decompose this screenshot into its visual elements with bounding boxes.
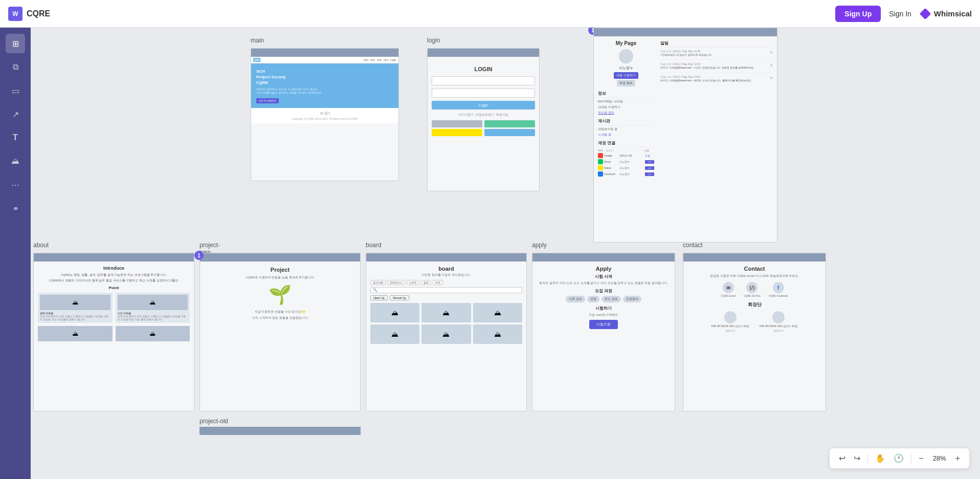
notif-close-1[interactable]: × <box>770 50 773 55</box>
sidebar-icon-frame[interactable]: ▭ <box>6 81 25 100</box>
notif-close-3[interactable]: × <box>770 75 773 81</box>
contact-facebook: f CQRE Facebook <box>769 282 788 297</box>
login-btn[interactable]: Login <box>432 101 535 110</box>
sidebar-icon-arrow[interactable]: ↗ <box>6 104 25 124</box>
google-connect-btn[interactable]: 연결 <box>645 154 654 157</box>
about-card-1: ⛰ 경력 프로필 모든 프로젝트의 모든 것들이 기록되고 사람들이 프로필 구… <box>38 293 113 323</box>
mypage-title: My Page <box>598 40 654 46</box>
member-2-avatar <box>772 311 785 323</box>
mypage-social-header: SNS 아이디 연결 <box>598 149 654 152</box>
login-signup[interactable]: 회원가입 <box>496 113 508 117</box>
zoom-out-button[interactable]: − <box>916 452 926 465</box>
google-icon <box>598 153 603 158</box>
login-frame-label: login <box>427 37 440 44</box>
social-row-naver: Naver 사노정누 소속 <box>598 159 654 164</box>
apply-frame-label: apply <box>532 242 547 249</box>
step-2: 면접 <box>587 296 599 302</box>
social-row-google: Google 2021년 3月 연결 <box>598 153 654 158</box>
social-row-kakao: Kakao 사노정누 소속 <box>598 165 654 170</box>
redo-button[interactable]: ↪ <box>851 451 863 465</box>
board-card-2: ⛰ <box>421 303 471 322</box>
login-links: 아이디찾기 비밀번호찾기 회원가입 <box>432 113 535 117</box>
board-grid-bottom: ⛰ ⛰ ⛰ <box>370 324 522 344</box>
project-title: Project <box>205 267 355 273</box>
contact-frame-label: contact <box>683 242 703 249</box>
login-pw-input[interactable] <box>432 89 535 98</box>
contact-email: ✉ CQRE Email <box>721 282 736 297</box>
mypage-activity-link[interactable]: 게시글 관리 <box>598 111 654 115</box>
history-button[interactable]: 🕐 <box>890 451 907 465</box>
zoom-in-button[interactable]: + <box>952 452 963 465</box>
facebook-label: CQRE Facebook <box>769 294 788 297</box>
signup-button[interactable]: Sign Up <box>835 6 881 22</box>
apply-process: 서류 검토 면접 최신 검토 전원합격 <box>537 296 671 302</box>
svg-rect-0 <box>920 8 931 19</box>
mypage-left: My Page 사노정누 내용 수정하기 회원 탈퇴 정보 ID(이메일): 닉… <box>598 40 654 177</box>
login-id-input[interactable] <box>432 76 535 85</box>
board-card-3: ⛰ <box>473 303 522 322</box>
sidebar-icon-link[interactable]: ⚭ <box>6 199 25 218</box>
tab-question[interactable]: 질문 <box>421 280 431 285</box>
login-inner: LOGIN Login 아이디찾기 비밀번호찾기 회원가입 <box>428 57 539 140</box>
board-frame-label: board <box>366 242 382 249</box>
mypage-withdraw-btn[interactable]: 회원 탈퇴 <box>617 80 635 86</box>
tab-know[interactable]: 노하우 <box>407 280 419 285</box>
sidebar-icon-image[interactable]: ⛰ <box>6 151 25 171</box>
members-row: KIM JIN SEOK (Alot 김진석 회장) 대표이사 KIM JIN … <box>687 311 821 332</box>
project-sub2: 아직 시작하지 않은 분들을 선발중입니다 <box>205 316 355 320</box>
mypage-notifications: 알림 지금 시작: 2021년 01월 26일 11:30 • 안녕하세요! 내… <box>660 40 773 177</box>
notif-item-3: 지금 시작: 2021년 01월 26일 13:00 아이디: 이메일@nave… <box>660 75 773 82</box>
step-4: 전원합격 <box>623 296 641 302</box>
pan-button[interactable]: ✋ <box>872 451 888 465</box>
mypage-board-link[interactable]: 스크랩 글 <box>598 133 654 137</box>
undo-button[interactable]: ↩ <box>836 451 849 465</box>
mypage-edit-btn[interactable]: 내용 수정하기 <box>614 72 638 79</box>
about-card-2-title: 사진 프로필 <box>118 312 188 315</box>
hero-btn[interactable]: GO TO ABOUT <box>256 98 279 103</box>
filter-recruit[interactable]: Recruit기업 <box>390 295 409 300</box>
about-card-1-desc: 모든 프로젝트의 모든 것들이 기록되고 사람들이 프로필 구현이 가능한 적는… <box>40 315 110 321</box>
notif-item-2: 지금 시작: 2021년 01월 26일 12:00 아이디: 이메일@nave… <box>660 62 773 73</box>
login-frame: LOGIN Login 아이디찾기 비밀번호찾기 회원가입 <box>427 48 540 191</box>
login-social-gray <box>432 120 535 127</box>
project-old-bar <box>199 427 361 435</box>
board-search[interactable]: 🔍 <box>370 287 522 293</box>
mypage-name: 사노정누 <box>598 66 654 71</box>
signin-button[interactable]: Sign In <box>889 10 911 18</box>
notifications-title: 알림 <box>660 40 773 48</box>
hero-desc: 대학에서 참여하는 모든 알 수 있을만큼 비교적 중심의커뮤니티를 만들어 생… <box>256 88 393 95</box>
about-card-1-title: 경력 프로필 <box>40 312 110 315</box>
hero-title: SCHProject SocietyCQRE <box>256 69 393 86</box>
apply-frame: Apply 시험 사격 현직자 실무자 이미 소개 교수 소개를 받거나 이미 … <box>532 253 675 411</box>
sidebar-icon-text[interactable]: T <box>6 128 25 147</box>
mypage-nickname-row: 닉네임 수정하기 <box>598 105 654 110</box>
sidebar-icon-layers[interactable]: ⧉ <box>6 57 25 77</box>
notif-close-2[interactable]: × <box>770 62 773 68</box>
members-title: 회장단 <box>687 301 821 308</box>
sidebar: ⊞ ⧉ ▭ ↗ T ⛰ ⋯ ⚭ <box>0 28 31 479</box>
contact-facebook-icon: f <box>773 282 784 293</box>
filter-open[interactable]: Open기업 <box>370 295 388 300</box>
tab-free[interactable]: 자유 <box>433 280 443 285</box>
login-find-id[interactable]: 아이디찾기 <box>458 113 474 117</box>
apply-submit-btn[interactable]: 시험지원 <box>589 320 618 329</box>
board-card-1: ⛰ <box>370 303 419 322</box>
board-card-6: ⛰ <box>473 324 522 344</box>
contact-github: ⟨/⟩ CQRE Git Hub <box>744 282 761 297</box>
step-3: 최신 검토 <box>602 296 621 302</box>
main-footer: ✉ ⓖ f Copyright ⓒ CQRE Since 2021. All r… <box>251 108 398 123</box>
whimsical-label: Whimsical <box>934 9 972 18</box>
facebook-disconnect-btn[interactable]: 소속 <box>645 172 654 176</box>
login-find-pw[interactable]: 비밀번호찾기 <box>476 113 494 117</box>
sidebar-icon-dots[interactable]: ⋯ <box>6 175 25 194</box>
mypage-board-title: 계시판 <box>598 118 654 125</box>
zoom-level: 28% <box>929 454 950 462</box>
tab-notice[interactable]: 공지사항 <box>370 280 386 285</box>
member-2-name: KIM JIN SEOK (Alot 김진석 회장) <box>760 324 797 328</box>
kakao-disconnect-btn[interactable]: 소속 <box>645 166 654 170</box>
naver-disconnect-btn[interactable]: 소속 <box>645 160 654 164</box>
sidebar-icon-grid[interactable]: ⊞ <box>6 34 25 53</box>
tab-all[interactable]: 전체게시나 <box>387 280 405 285</box>
toolbar-divider-1 <box>867 453 868 464</box>
apply-section2: 모집 과정 <box>537 288 671 294</box>
